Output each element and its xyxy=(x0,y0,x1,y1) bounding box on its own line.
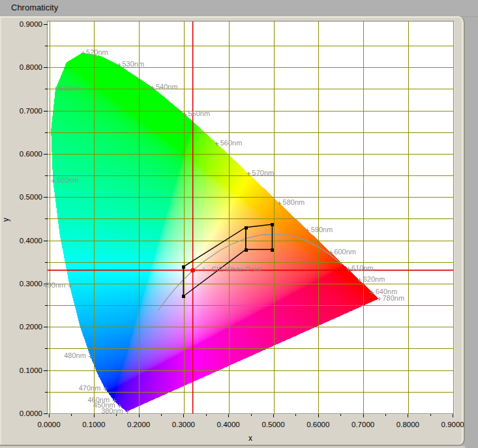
x-tick-label-0.4000: 0.4000 xyxy=(211,420,246,429)
plot-frame xyxy=(47,21,454,414)
y-tick-label-0.8000: 0.8000 xyxy=(0,63,42,72)
y-tick-label-0.5000: 0.5000 xyxy=(0,192,42,202)
x-tick-label-0.2000: 0.2000 xyxy=(121,420,157,429)
x-major-tick xyxy=(318,414,319,417)
y-minor-tick xyxy=(45,89,48,89)
y-major-tick xyxy=(44,24,48,25)
x-minor-tick xyxy=(206,414,207,416)
x-tick-label-0.7000: 0.7000 xyxy=(346,420,381,429)
x-minor-tick xyxy=(71,414,72,416)
graph-panel: 0.00000.10000.20000.30000.40000.50000.60… xyxy=(0,16,465,446)
y-minor-tick xyxy=(45,262,48,263)
x-major-tick xyxy=(183,414,184,417)
y-major-tick xyxy=(44,111,48,112)
y-tick-label-0.3000: 0.3000 xyxy=(0,279,42,288)
x-minor-tick xyxy=(116,414,117,416)
y-major-tick xyxy=(44,67,48,68)
y-minor-tick xyxy=(45,132,48,133)
y-minor-tick xyxy=(45,305,48,306)
y-tick-label-0.4000: 0.4000 xyxy=(0,236,42,245)
y-major-tick xyxy=(44,284,48,284)
y-tick-label-0.7000: 0.7000 xyxy=(0,106,42,115)
x-major-tick xyxy=(273,414,274,417)
window-titlebar: Chromaticity xyxy=(0,0,478,17)
chromaticity-plot-canvas xyxy=(48,22,453,413)
y-tick-label-0.0000: 0.0000 xyxy=(0,409,42,418)
x-major-tick xyxy=(139,414,140,417)
y-tick-label-0.6000: 0.6000 xyxy=(0,149,42,158)
y-tick-label-0.9000: 0.9000 xyxy=(0,20,42,29)
x-axis-title: x xyxy=(244,434,257,443)
x-minor-tick xyxy=(340,414,341,416)
y-minor-tick xyxy=(45,218,48,219)
y-minor-tick xyxy=(45,392,48,393)
y-major-tick xyxy=(44,327,48,327)
x-tick-label-0.3000: 0.3000 xyxy=(166,420,201,429)
x-major-tick xyxy=(453,414,453,417)
x-minor-tick xyxy=(161,414,162,416)
x-major-tick xyxy=(49,414,50,417)
x-tick-label-0.5000: 0.5000 xyxy=(256,420,291,429)
y-minor-tick xyxy=(45,46,48,46)
y-minor-tick xyxy=(45,175,48,176)
x-tick-label-0.9000: 0.9000 xyxy=(435,420,470,429)
y-major-tick xyxy=(44,197,48,198)
y-major-tick xyxy=(44,154,48,155)
x-major-tick xyxy=(228,414,229,417)
x-tick-label-0.8000: 0.8000 xyxy=(390,420,425,429)
x-minor-tick xyxy=(430,414,431,416)
x-tick-label-0.0000: 0.0000 xyxy=(31,420,67,429)
y-axis-title: y xyxy=(1,218,10,222)
x-tick-label-0.6000: 0.6000 xyxy=(301,420,336,429)
x-tick-label-0.1000: 0.1000 xyxy=(76,420,112,429)
y-major-tick xyxy=(44,413,48,414)
y-tick-label-0.1000: 0.1000 xyxy=(0,366,42,375)
x-major-tick xyxy=(94,414,95,417)
y-minor-tick xyxy=(45,348,48,349)
x-major-tick xyxy=(408,414,408,417)
x-major-tick xyxy=(363,414,364,417)
y-major-tick xyxy=(44,370,48,371)
window-title: Chromaticity xyxy=(11,3,58,12)
x-minor-tick xyxy=(251,414,252,416)
y-major-tick xyxy=(44,241,48,241)
x-minor-tick xyxy=(295,414,296,416)
y-tick-label-0.2000: 0.2000 xyxy=(0,322,42,331)
x-minor-tick xyxy=(385,414,386,416)
